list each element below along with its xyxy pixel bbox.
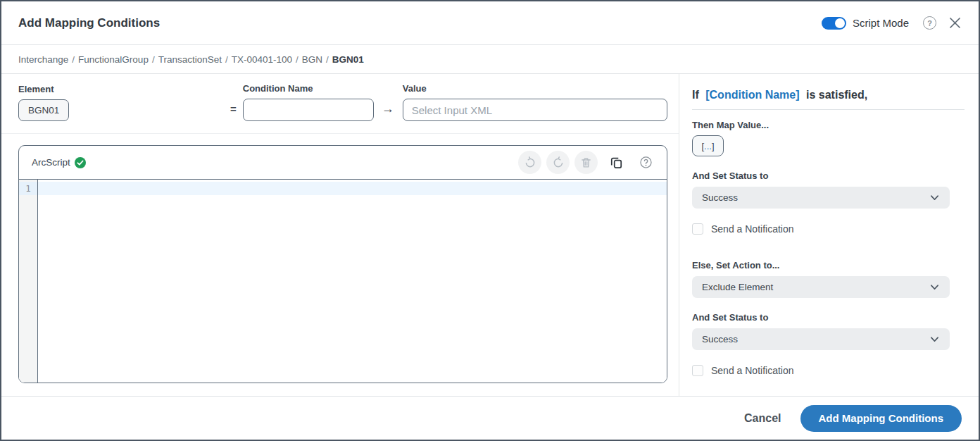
then-status-value: Success <box>702 192 929 203</box>
chevron-down-icon <box>929 192 940 203</box>
dialog-body: Element BGN01 = Condition Name → Value A… <box>1 74 979 396</box>
add-mapping-conditions-dialog: Add Mapping Conditions Script Mode ? Int… <box>0 0 980 441</box>
breadcrumb: Interchange/FunctionalGroup/TransactionS… <box>1 45 979 74</box>
else-status-label: And Set Status to <box>692 312 965 323</box>
condition-settings-panel: If [Condition Name] is satisfied, Then M… <box>679 74 979 396</box>
copy-button[interactable] <box>605 151 628 174</box>
question-circle-icon <box>639 156 653 169</box>
map-value-button[interactable]: [...] <box>692 135 724 156</box>
breadcrumb-item[interactable]: TX-00401-100 <box>232 54 292 65</box>
redo-button[interactable] <box>546 151 570 174</box>
then-status-label: And Set Status to <box>692 170 965 181</box>
else-status-value: Success <box>702 334 929 344</box>
script-mode-toggle[interactable] <box>822 17 846 30</box>
code-area[interactable] <box>38 180 667 383</box>
breadcrumb-item[interactable]: TransactionSet <box>158 54 222 65</box>
breadcrumb-separator: / <box>296 54 299 65</box>
breadcrumb-separator: / <box>326 54 329 65</box>
if-statement: If [Condition Name] is satisfied, <box>692 89 965 101</box>
help-icon[interactable]: ? <box>923 16 936 30</box>
condition-name-label: Condition Name <box>243 83 374 94</box>
editor-body: 1 <box>19 179 667 383</box>
bracket-close: ] <box>712 141 715 151</box>
else-notification-label: Send a Notification <box>711 365 794 376</box>
condition-form-row: Element BGN01 = Condition Name → Value <box>1 74 679 134</box>
else-action-label: Else, Set Action to... <box>692 260 965 271</box>
if-prefix: If <box>692 89 699 101</box>
else-action-value: Exclude Element <box>702 282 929 292</box>
close-icon[interactable] <box>948 16 962 30</box>
condition-name-input[interactable] <box>243 99 374 121</box>
script-mode-label: Script Mode <box>853 17 909 29</box>
cancel-button[interactable]: Cancel <box>744 412 781 425</box>
undo-button[interactable] <box>518 151 541 174</box>
active-line <box>38 182 667 195</box>
else-action-select[interactable]: Exclude Element <box>692 276 950 298</box>
check-circle-icon <box>75 157 86 168</box>
breadcrumb-separator: / <box>152 54 155 65</box>
then-notification-checkbox-row[interactable]: Send a Notification <box>692 223 965 235</box>
breadcrumb-separator: / <box>225 54 228 65</box>
breadcrumb-item[interactable]: FunctionalGroup <box>78 54 149 65</box>
editor-title: ArcScript <box>32 157 70 168</box>
line-number: 1 <box>19 182 37 195</box>
value-label: Value <box>403 83 667 94</box>
value-input[interactable] <box>403 99 667 121</box>
then-map-value-label: Then Map Value... <box>692 120 965 130</box>
dialog-title: Add Mapping Conditions <box>18 16 822 30</box>
else-status-select[interactable]: Success <box>692 328 950 350</box>
editor-help-button[interactable] <box>634 151 658 174</box>
arcscript-editor: ArcScript <box>18 145 667 383</box>
equals-sign: = <box>230 103 237 115</box>
dialog-header: Add Mapping Conditions Script Mode ? <box>1 1 979 45</box>
editor-header: ArcScript <box>19 146 667 179</box>
arrow-icon: → <box>382 101 394 116</box>
breadcrumb-separator: / <box>72 54 75 65</box>
mapping-panel: Element BGN01 = Condition Name → Value A… <box>1 74 679 396</box>
if-suffix: is satisfied, <box>806 89 867 101</box>
divider <box>692 109 965 110</box>
dialog-footer: Cancel Add Mapping Conditions <box>1 396 979 440</box>
then-notification-label: Send a Notification <box>711 223 794 235</box>
chevron-down-icon <box>929 282 940 292</box>
toggle-knob <box>835 18 845 28</box>
checkbox-icon[interactable] <box>692 365 703 376</box>
redo-icon <box>552 156 565 169</box>
editor-gutter: 1 <box>19 180 38 383</box>
copy-icon <box>610 156 623 169</box>
breadcrumb-item[interactable]: Interchange <box>18 54 68 65</box>
then-status-select[interactable]: Success <box>692 187 950 209</box>
breadcrumb-item: BGN01 <box>332 54 364 65</box>
undo-icon <box>524 156 536 169</box>
breadcrumb-item[interactable]: BGN <box>302 54 322 65</box>
checkbox-icon[interactable] <box>692 223 703 235</box>
delete-button[interactable] <box>574 151 598 174</box>
add-mapping-conditions-button[interactable]: Add Mapping Conditions <box>800 405 962 432</box>
ellipsis: ... <box>704 141 712 151</box>
trash-icon <box>580 156 592 168</box>
element-label: Element <box>18 84 230 94</box>
element-chip: BGN01 <box>18 99 69 121</box>
chevron-down-icon <box>929 334 940 344</box>
condition-name-placeholder[interactable]: [Condition Name] <box>705 89 799 101</box>
else-notification-checkbox-row[interactable]: Send a Notification <box>692 365 965 376</box>
